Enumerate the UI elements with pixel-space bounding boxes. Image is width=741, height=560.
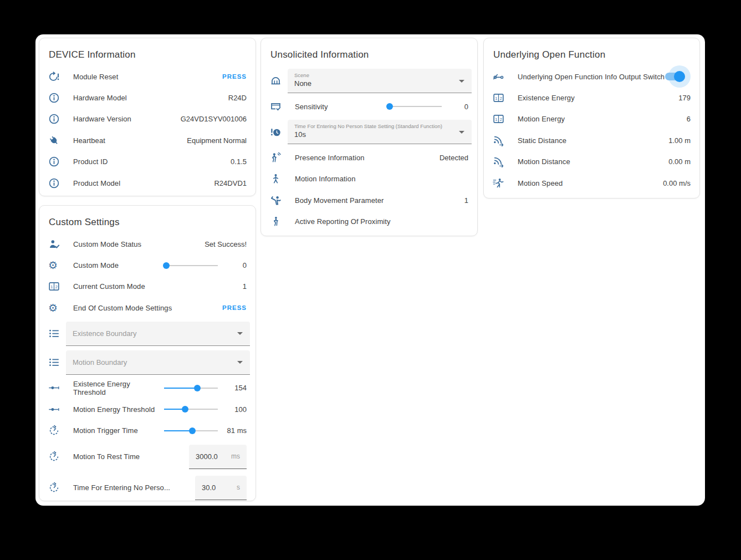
custom-settings-card: Custom Settings Custom Mode Status Set S… <box>39 205 256 501</box>
info-output-switch-toggle[interactable] <box>665 65 691 88</box>
plug-icon <box>48 135 66 146</box>
current-custom-mode-value: 1 <box>243 282 247 291</box>
body-movement-icon <box>270 195 288 206</box>
mini-slider-icon <box>48 404 66 415</box>
motion-distance-row: Motion Distance 0.00 m <box>484 151 699 172</box>
scene-dropdown[interactable]: Scene None <box>288 69 472 93</box>
reset-icon <box>48 71 66 83</box>
product-model-value: R24DVD1 <box>214 179 247 187</box>
end-custom-mode-row: ⚙ End Of Custom Mode Settings PRESS <box>39 297 255 318</box>
static-distance-label: Static Distance <box>510 136 668 145</box>
info-icon <box>48 156 66 167</box>
motion-energy-threshold-slider[interactable] <box>164 404 218 415</box>
underlying-open-function-card: Underlying Open Function Underlying Open… <box>483 38 700 198</box>
motion-distance-value: 0.00 m <box>668 157 691 166</box>
existence-energy-threshold-row: Existence Energy Threshold 154 <box>39 378 255 399</box>
slider-fill <box>164 388 197 389</box>
end-custom-mode-label: End Of Custom Mode Settings <box>66 304 222 312</box>
motion-to-rest-time-label: Motion To Rest Time <box>66 452 189 461</box>
motion-to-rest-time-unit: ms <box>221 452 240 460</box>
motion-boundary-dropdown[interactable]: Motion Boundary <box>66 350 250 375</box>
motion-to-rest-time-row: Motion To Rest Time 3000.0 ms <box>39 441 255 472</box>
slider-thumb[interactable] <box>194 385 201 391</box>
chevron-down-icon <box>237 332 243 335</box>
mini-slider-icon <box>48 382 66 394</box>
existence-boundary-placeholder: Existence Boundary <box>73 329 137 338</box>
chevron-down-icon <box>459 131 464 134</box>
no-person-time-input[interactable]: 30.0 s <box>195 476 247 500</box>
static-distance-row: Static Distance 1.00 m <box>484 130 699 151</box>
sensitivity-value: 0 <box>442 103 468 111</box>
motion-energy-threshold-value: 100 <box>218 405 247 414</box>
slider-thumb[interactable] <box>386 103 393 110</box>
active-reporting-row: Active Reporting Of Proximity <box>261 211 477 232</box>
motion-energy-row: Motion Energy 6 <box>484 109 699 130</box>
slider-thumb[interactable] <box>182 406 188 413</box>
signal-icon <box>493 156 510 167</box>
device-information-card: DEVICE Information Module Reset PRESS Ha… <box>39 38 256 196</box>
no-person-time-setting-row: Time For Entering No Person State Settin… <box>261 118 477 146</box>
existence-energy-threshold-slider[interactable] <box>164 383 218 394</box>
custom-mode-value: 0 <box>218 261 247 269</box>
motion-trigger-time-value: 81 ms <box>218 426 247 435</box>
motion-person-icon <box>270 173 288 185</box>
hardware-model-label: Hardware Model <box>66 94 228 102</box>
existence-energy-threshold-label: Existence Energy Threshold <box>66 380 164 396</box>
proximity-walk-icon <box>270 216 288 227</box>
timer-icon <box>48 482 66 493</box>
list-icon <box>48 357 66 368</box>
no-person-time-input-row: Time For Entering No Perso... 30.0 s <box>39 472 255 501</box>
product-id-value: 0.1.5 <box>231 157 247 166</box>
timer-icon <box>48 425 66 436</box>
motion-energy-threshold-row: Motion Energy Threshold 100 <box>39 399 255 420</box>
module-reset-press-button[interactable]: PRESS <box>222 73 247 80</box>
product-model-label: Product Model <box>66 179 214 187</box>
scene-dropdown-value: None <box>294 79 453 88</box>
no-person-time-input-unit: s <box>227 483 240 491</box>
motion-energy-value: 6 <box>687 115 691 123</box>
motion-to-rest-time-input[interactable]: 3000.0 ms <box>189 445 247 469</box>
motion-energy-threshold-label: Motion Energy Threshold <box>66 405 164 414</box>
module-reset-row: Module Reset PRESS <box>39 66 255 87</box>
motion-energy-label: Motion Energy <box>510 115 687 123</box>
no-person-time-dropdown[interactable]: Time For Entering No Person State Settin… <box>288 120 472 144</box>
scene-dropdown-label: Scene <box>294 72 453 78</box>
chevron-down-icon <box>459 80 464 83</box>
sensitivity-icon <box>270 101 288 113</box>
product-id-label: Product ID <box>66 157 231 166</box>
existence-boundary-row: Existence Boundary <box>39 320 255 348</box>
device-information-title: DEVICE Information <box>39 38 255 66</box>
motion-to-rest-time-input-value: 3000.0 <box>196 452 218 461</box>
motion-speed-label: Motion Speed <box>510 179 663 187</box>
slider-thumb[interactable] <box>163 262 170 269</box>
custom-mode-label: Custom Mode <box>66 261 164 269</box>
slider-thumb[interactable] <box>189 427 196 434</box>
info-icon <box>48 92 66 104</box>
presence-icon <box>270 152 288 164</box>
custom-mode-status-label: Custom Mode Status <box>66 240 205 248</box>
heartbeat-value: Equipment Normal <box>187 136 247 145</box>
static-distance-value: 1.00 m <box>668 136 691 145</box>
presence-information-label: Presence Information <box>288 154 440 162</box>
existence-energy-threshold-value: 154 <box>218 384 247 392</box>
timer-icon <box>48 451 66 462</box>
custom-mode-slider[interactable] <box>164 260 218 271</box>
unsolicited-information-card: Unsolicited Information Scene None Sensi… <box>260 38 478 236</box>
motion-trigger-time-slider[interactable] <box>164 425 218 436</box>
person-check-icon <box>48 238 66 250</box>
info-icon <box>48 177 66 189</box>
switch-icon <box>493 71 510 83</box>
sensitivity-slider[interactable] <box>388 101 442 112</box>
end-custom-mode-press-button[interactable]: PRESS <box>222 304 247 311</box>
current-custom-mode-label: Current Custom Mode <box>66 282 243 291</box>
gear-icon: ⚙ <box>48 260 66 271</box>
custom-settings-title: Custom Settings <box>39 206 255 233</box>
slider-fill <box>164 430 192 431</box>
hardware-version-label: Hardware Version <box>66 115 181 123</box>
motion-trigger-time-row: Motion Trigger Time 81 ms <box>39 420 255 441</box>
module-reset-label: Module Reset <box>66 73 222 81</box>
existence-boundary-dropdown[interactable]: Existence Boundary <box>66 322 250 346</box>
numbers-icon <box>493 113 510 125</box>
product-model-row: Product Model R24DVD1 <box>39 172 255 194</box>
motion-trigger-time-label: Motion Trigger Time <box>66 426 164 435</box>
